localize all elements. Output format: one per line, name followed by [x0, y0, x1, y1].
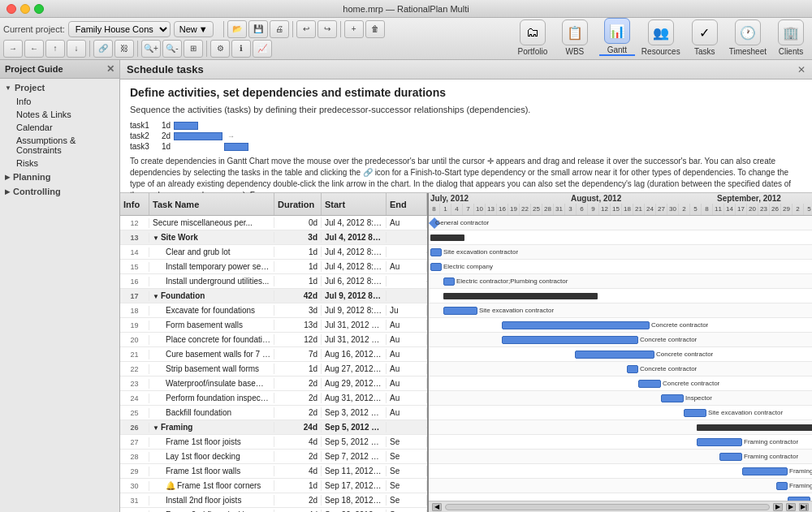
- gantt-bar[interactable]: [627, 365, 638, 373]
- gantt-bar[interactable]: [575, 351, 654, 359]
- date-cell: 1: [440, 204, 451, 215]
- scroll-track[interactable]: [445, 504, 770, 510]
- task-name: Waterproof/insulate basemen...: [149, 378, 274, 389]
- sidebar-item-controlling[interactable]: ▶ Controlling: [0, 184, 119, 199]
- table-row[interactable]: 32Frame 2nd floor decking4dSep 20, 2012 …: [120, 508, 427, 512]
- table-row[interactable]: 24Perform foundation inspectio...2dAug 3…: [120, 391, 427, 406]
- sidebar-item-planning[interactable]: ▶ Planning: [0, 170, 119, 184]
- sidebar-item-project[interactable]: ▼ Project: [0, 80, 119, 95]
- sidebar-item-risks[interactable]: Risks: [0, 157, 119, 170]
- table-row[interactable]: 20Place concrete for foundation...12dJul…: [120, 333, 427, 347]
- table-row[interactable]: 25Backfill foundation2dSep 3, 2012 8:00 …: [120, 406, 427, 420]
- gantt-bar[interactable]: [684, 409, 706, 417]
- portfolio-button[interactable]: 🗂 Portfolio: [515, 19, 551, 56]
- print-button[interactable]: 🖨: [270, 20, 289, 38]
- gantt-bar[interactable]: [430, 234, 464, 241]
- content-close-button[interactable]: ✕: [797, 64, 806, 75]
- gantt-bar[interactable]: [697, 424, 812, 431]
- date-cell: 7: [463, 204, 474, 215]
- table-row[interactable]: 17▼Foundation42dJul 9, 2012 8:00 AM: [120, 289, 427, 303]
- date-cell: 31: [554, 204, 565, 215]
- table-row[interactable]: 23Waterproof/insulate basemen...2dAug 29…: [120, 376, 427, 391]
- table-row[interactable]: 27Frame 1st floor joists4dSep 5, 2012 8:…: [120, 435, 427, 450]
- sidebar-close-button[interactable]: ✕: [106, 63, 114, 75]
- sidebar-item-notes[interactable]: Notes & Links: [0, 108, 119, 121]
- task-end: Se: [387, 495, 427, 506]
- table-row[interactable]: 12Secure miscellaneous per...0dJul 4, 20…: [120, 216, 427, 230]
- gantt-bar[interactable]: [742, 467, 788, 475]
- portfolio-label: Portfolio: [518, 47, 548, 56]
- table-row[interactable]: 29Frame 1st floor walls4dSep 11, 2012 8:…: [120, 464, 427, 479]
- fit-button[interactable]: ⊞: [184, 40, 203, 58]
- unlink-button[interactable]: ⛓: [114, 40, 134, 58]
- task-name: Backfill foundation: [149, 407, 274, 418]
- table-row[interactable]: 13▼Site Work3dJul 4, 2012 8:00 AM: [120, 230, 427, 245]
- clients-button[interactable]: 🏢 Clients: [773, 19, 809, 56]
- table-row[interactable]: 21Cure basement walls for 7 da...7dAug 1…: [120, 347, 427, 362]
- tasks-button[interactable]: ✓ Tasks: [687, 19, 723, 56]
- indent-button[interactable]: →: [3, 40, 23, 58]
- gantt-bar[interactable]: [430, 248, 442, 256]
- sidebar-item-calendar[interactable]: Calendar: [0, 121, 119, 134]
- gantt-bar[interactable]: [430, 263, 442, 271]
- zoom-out-button[interactable]: 🔍-: [162, 40, 182, 58]
- filter-button[interactable]: ⚙: [210, 40, 230, 58]
- gantt-bar[interactable]: [443, 307, 477, 315]
- task-end: Se: [387, 437, 427, 447]
- table-row[interactable]: 18Excavate for foundations3dJul 9, 2012 …: [120, 303, 427, 318]
- zoom-in-button[interactable]: 🔍+: [141, 40, 161, 58]
- timesheet-button[interactable]: 🕐 Timesheet: [729, 19, 767, 56]
- scroll-left-button[interactable]: ◀: [432, 503, 442, 511]
- table-row[interactable]: 14Clear and grub lot1dJul 4, 2012 8:00 A…: [120, 245, 427, 260]
- table-row[interactable]: 16Install underground utilities...1dJul …: [120, 274, 427, 289]
- window-controls[interactable]: [6, 4, 44, 14]
- gantt-bar[interactable]: [638, 380, 661, 388]
- table-row[interactable]: 19Form basement walls13dJul 31, 2012 8:0…: [120, 318, 427, 333]
- task-start: Sep 5, 2012 8:00 AM: [322, 422, 387, 432]
- gantt-bar[interactable]: [661, 394, 684, 402]
- add-task-button[interactable]: +: [344, 20, 364, 38]
- save-button[interactable]: 💾: [248, 20, 268, 38]
- table-row[interactable]: 22Strip basement wall forms1dAug 27, 201…: [120, 362, 427, 376]
- open-button[interactable]: 📂: [227, 20, 247, 38]
- minimize-button[interactable]: [20, 4, 30, 14]
- sidebar-item-info[interactable]: Info: [0, 95, 119, 108]
- gantt-button[interactable]: 📊 Gantt: [599, 18, 635, 56]
- play-button[interactable]: ▶: [786, 503, 796, 511]
- move-down-button[interactable]: ↓: [67, 40, 86, 58]
- step-forward-button[interactable]: ▶|: [799, 503, 809, 511]
- chart-button[interactable]: 📈: [253, 40, 272, 58]
- resources-button[interactable]: 👥 Resources: [641, 19, 680, 56]
- gantt-bar[interactable]: [697, 438, 742, 446]
- table-row[interactable]: 30🔔Frame 1st floor corners1dSep 17, 2012…: [120, 479, 427, 493]
- delete-button[interactable]: 🗑: [365, 20, 385, 38]
- table-row[interactable]: 15Install temporary power serv...1dJul 4…: [120, 260, 427, 274]
- guide-task-1: task1 1d: [130, 121, 802, 130]
- link-button[interactable]: 🔗: [93, 40, 113, 58]
- maximize-button[interactable]: [34, 4, 44, 14]
- close-button[interactable]: [6, 4, 16, 14]
- redo-button[interactable]: ↪: [317, 20, 337, 38]
- table-row[interactable]: 31Install 2nd floor joists2dSep 18, 2012…: [120, 493, 427, 508]
- move-up-button[interactable]: ↑: [45, 40, 65, 58]
- wbs-button[interactable]: 📋 WBS: [557, 19, 593, 56]
- aug-label: August, 2012: [571, 194, 621, 203]
- gantt-bar[interactable]: [502, 321, 650, 329]
- gantt-bar[interactable]: [443, 293, 598, 299]
- new-button[interactable]: New ▼: [174, 21, 214, 37]
- gantt-bar[interactable]: [788, 497, 810, 501]
- table-row[interactable]: 28Lay 1st floor decking2dSep 7, 2012 8:0…: [120, 450, 427, 464]
- undo-button[interactable]: ↩: [296, 20, 316, 38]
- gantt-bar[interactable]: [719, 453, 742, 461]
- gantt-bar[interactable]: [502, 336, 638, 344]
- outdent-button[interactable]: ←: [24, 40, 44, 58]
- gantt-bar[interactable]: [776, 482, 788, 490]
- current-project-select[interactable]: Family House Cons: [68, 21, 171, 37]
- scroll-area[interactable]: ◀ ▶ ▶ ▶|: [429, 501, 812, 512]
- scroll-right-button[interactable]: ▶: [773, 503, 783, 511]
- sidebar-header: Project Guide ✕: [0, 60, 119, 79]
- table-row[interactable]: 26▼Framing24dSep 5, 2012 8:00 AM: [120, 420, 427, 435]
- info-button[interactable]: ℹ: [231, 40, 251, 58]
- gantt-bar[interactable]: [443, 278, 455, 286]
- sidebar-item-assumptions[interactable]: Assumptions & Constraints: [0, 134, 119, 157]
